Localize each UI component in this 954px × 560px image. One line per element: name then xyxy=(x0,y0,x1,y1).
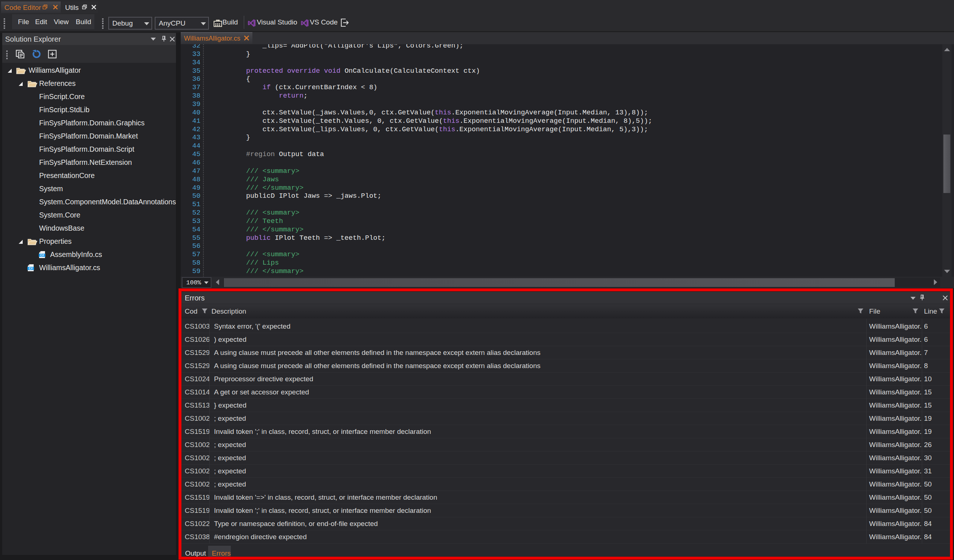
svg-text:C#: C# xyxy=(29,266,33,270)
svg-text:C#: C# xyxy=(40,253,44,257)
